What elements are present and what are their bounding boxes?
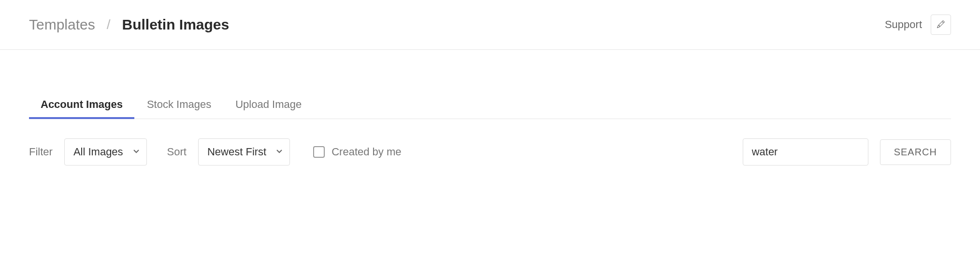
page-title: Bulletin Images (122, 16, 230, 33)
created-by-me-wrap: Created by me (313, 146, 401, 158)
created-by-me-checkbox[interactable] (313, 146, 325, 158)
filter-row: Filter All Images Sort Newest First Crea… (29, 119, 951, 166)
edit-button[interactable] (931, 15, 951, 35)
tab-stock-images[interactable]: Stock Images (147, 98, 211, 119)
sort-select[interactable]: Newest First (198, 138, 290, 166)
breadcrumb-parent[interactable]: Templates (29, 16, 95, 33)
filter-label: Filter (29, 146, 53, 158)
header-actions: Support (885, 15, 951, 35)
tab-upload-image[interactable]: Upload Image (235, 98, 302, 119)
support-link[interactable]: Support (885, 18, 922, 31)
page-header: Templates / Bulletin Images Support (0, 0, 980, 50)
tab-account-images[interactable]: Account Images (41, 98, 123, 119)
breadcrumb: Templates / Bulletin Images (29, 16, 229, 33)
filter-select[interactable]: All Images (64, 138, 147, 166)
created-by-me-label[interactable]: Created by me (331, 146, 401, 158)
pencil-icon (937, 20, 945, 30)
content-area: Account Images Stock Images Upload Image… (0, 50, 980, 185)
search-input[interactable] (743, 138, 868, 166)
filter-select-wrap: All Images (64, 138, 147, 166)
tabs: Account Images Stock Images Upload Image (29, 98, 951, 119)
search-button[interactable]: SEARCH (880, 139, 951, 165)
sort-select-wrap: Newest First (198, 138, 290, 166)
sort-label: Sort (167, 146, 187, 158)
breadcrumb-separator: / (107, 17, 111, 32)
